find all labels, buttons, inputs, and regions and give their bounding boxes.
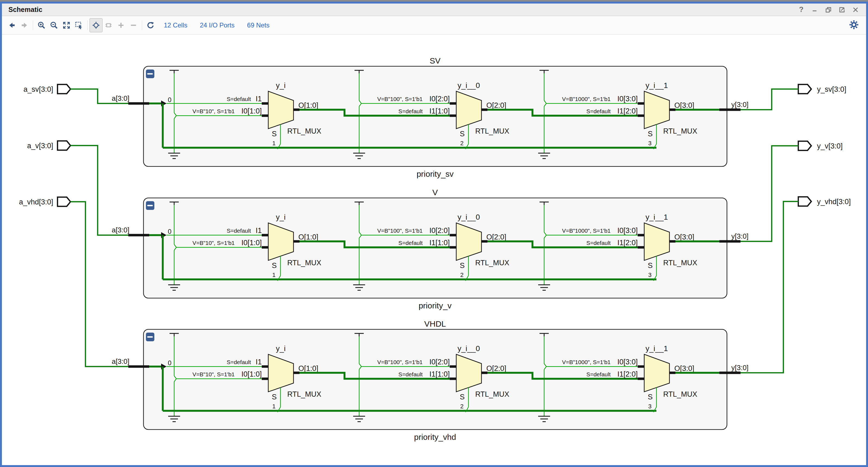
cell-name: y_i__1 bbox=[646, 213, 668, 221]
cells-link[interactable]: 12 Cells bbox=[164, 22, 187, 29]
block-priority_sv[interactable]: SV priority_sv bbox=[112, 56, 749, 178]
schematic-window: Schematic ? bbox=[0, 2, 868, 467]
net-y_sv[interactable] bbox=[741, 89, 798, 110]
net-y_v[interactable] bbox=[741, 146, 798, 241]
input-port-a_vhd[interactable]: a_vhd[3:0] bbox=[19, 197, 70, 206]
zoom-out-button[interactable] bbox=[48, 19, 60, 32]
pin-prop: S=default bbox=[586, 240, 611, 246]
const-zero-label: 0 bbox=[168, 228, 172, 235]
collapse-button[interactable] bbox=[146, 332, 154, 341]
pin-label: O[2:0] bbox=[486, 364, 506, 373]
cell-type: RTL_MUX bbox=[475, 259, 509, 267]
pin-prop: V=B"10", S=1'b1 bbox=[192, 371, 235, 377]
sel-index: 2 bbox=[460, 271, 464, 278]
sel-index: 3 bbox=[648, 271, 652, 278]
title-bar: Schematic ? bbox=[2, 3, 866, 16]
pin-label: I0[2:0] bbox=[429, 227, 450, 235]
float-icon[interactable] bbox=[824, 6, 833, 14]
io-ports-link[interactable]: 24 I/O Ports bbox=[200, 22, 235, 29]
cell-type: RTL_MUX bbox=[663, 390, 698, 398]
pin-prop: S=default bbox=[586, 371, 611, 377]
pin-prop: V=B"100", S=1'b1 bbox=[377, 359, 423, 365]
pin-label: I0[3:0] bbox=[617, 227, 638, 235]
input-port-a_v[interactable]: a_v[3:0] bbox=[27, 141, 70, 150]
window-controls: ? bbox=[797, 6, 860, 14]
cell-name: y_i__1 bbox=[646, 344, 668, 353]
forward-button bbox=[18, 19, 31, 32]
collapse-button[interactable] bbox=[146, 201, 154, 210]
zoom-fit-button[interactable] bbox=[60, 19, 73, 32]
cell-type: RTL_MUX bbox=[663, 127, 698, 135]
sel-index: 3 bbox=[648, 403, 652, 410]
block-priority_v[interactable]: V priority_v bbox=[112, 188, 749, 310]
close-icon[interactable] bbox=[851, 6, 860, 14]
sel-index: 1 bbox=[272, 140, 276, 147]
pin-prop: S=default bbox=[227, 228, 251, 234]
net-in-label: a[3:0] bbox=[112, 226, 129, 234]
help-icon[interactable]: ? bbox=[797, 6, 805, 14]
pin-label: O[1:0] bbox=[299, 101, 318, 110]
port-label: y_vhd[3:0] bbox=[817, 198, 851, 206]
toolbar-separator bbox=[87, 20, 88, 30]
sel-pin-label: S bbox=[648, 130, 653, 138]
maximize-icon[interactable] bbox=[838, 6, 846, 14]
cell-name: y_i__0 bbox=[458, 344, 480, 353]
sel-index: 1 bbox=[272, 271, 276, 278]
toolbar-separator bbox=[33, 20, 33, 30]
pin-label: I1[1:0] bbox=[429, 370, 450, 378]
pin-label: O[2:0] bbox=[486, 233, 506, 241]
sel-pin-label: S bbox=[460, 393, 465, 401]
net-y_vhd[interactable] bbox=[741, 201, 798, 373]
pin-prop: V=B"100", S=1'b1 bbox=[377, 228, 423, 234]
pin-prop: V=B"1000", S=1'b1 bbox=[562, 359, 611, 365]
minimize-icon[interactable] bbox=[811, 6, 819, 14]
output-port-y_sv[interactable]: y_sv[3:0] bbox=[798, 84, 846, 94]
pin-prop: S=default bbox=[399, 371, 423, 377]
pin-prop: S=default bbox=[227, 96, 251, 102]
cell-type: RTL_MUX bbox=[475, 390, 509, 398]
port-label: y_v[3:0] bbox=[817, 142, 843, 150]
net-a_v[interactable] bbox=[70, 146, 128, 235]
pin-label: I0[3:0] bbox=[617, 95, 638, 103]
sel-index: 2 bbox=[460, 403, 464, 410]
pin-label: I1 bbox=[255, 227, 262, 235]
gear-icon[interactable] bbox=[848, 19, 860, 31]
output-port-y_v[interactable]: y_v[3:0] bbox=[798, 141, 843, 150]
pin-prop: S=default bbox=[586, 108, 611, 114]
block-instance-label: priority_v bbox=[418, 301, 452, 310]
zoom-in-button[interactable] bbox=[35, 19, 48, 32]
net-out-label: y[3:0] bbox=[731, 100, 749, 109]
sel-pin-label: S bbox=[272, 261, 277, 270]
pin-label: I1[1:0] bbox=[429, 107, 450, 115]
collapse-button[interactable] bbox=[146, 69, 154, 78]
output-port-y_vhd[interactable]: y_vhd[3:0] bbox=[798, 197, 851, 206]
cell-type: RTL_MUX bbox=[475, 127, 509, 135]
pin-prop: V=B"10", S=1'b1 bbox=[192, 240, 235, 246]
pin-prop: S=default bbox=[399, 108, 423, 114]
back-button[interactable] bbox=[6, 19, 18, 32]
sel-pin-label: S bbox=[648, 261, 653, 270]
block-instance-label: priority_vhd bbox=[414, 433, 456, 441]
sel-index: 3 bbox=[648, 140, 652, 147]
sel-pin-label: S bbox=[648, 393, 653, 401]
input-port-a_sv[interactable]: a_sv[3:0] bbox=[23, 84, 70, 94]
regenerate-button[interactable] bbox=[144, 19, 157, 32]
cell-name: y_i__0 bbox=[458, 213, 480, 221]
schematic-svg[interactable]: a_sv[3:0] a_v[3:0] a_vhd[3:0] y_sv[3:0] … bbox=[2, 34, 866, 465]
toolbar-links: 12 Cells 24 I/O Ports 69 Nets bbox=[164, 22, 282, 29]
sel-pin-label: S bbox=[272, 393, 277, 401]
pin-prop: V=B"1000", S=1'b1 bbox=[562, 96, 611, 102]
toolbar-separator bbox=[142, 20, 142, 30]
zoom-to-selection-button[interactable] bbox=[73, 19, 85, 32]
pin-label: I1 bbox=[255, 95, 262, 103]
nets-link[interactable]: 69 Nets bbox=[247, 22, 270, 29]
net-in-label: a[3:0] bbox=[112, 357, 129, 366]
sel-index: 1 bbox=[272, 403, 276, 410]
cell-name: y_i bbox=[276, 213, 286, 221]
autofit-selection-button[interactable] bbox=[90, 19, 102, 32]
schematic-canvas[interactable]: a_sv[3:0] a_v[3:0] a_vhd[3:0] y_sv[3:0] … bbox=[2, 34, 866, 465]
block-priority_vhd[interactable]: VHDL priority_vhd bbox=[112, 319, 749, 441]
pin-prop: V=B"100", S=1'b1 bbox=[377, 96, 423, 102]
net-out-label: y[3:0] bbox=[731, 232, 749, 240]
pin-label: O[1:0] bbox=[299, 233, 318, 241]
